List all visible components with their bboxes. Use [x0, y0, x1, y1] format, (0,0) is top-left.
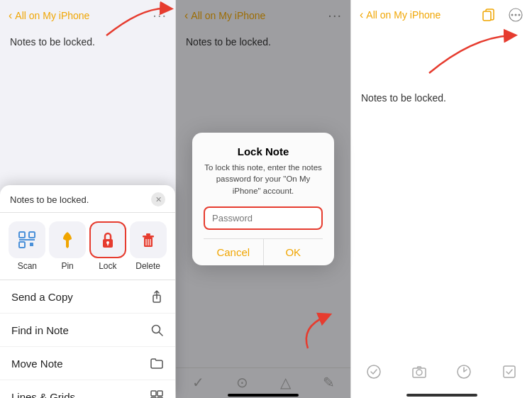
pin-icon-circle — [49, 221, 86, 258]
bottom-sheet: Notes to be locked. ✕ Scan — [0, 185, 175, 398]
svg-point-22 — [511, 14, 514, 16]
ok-button[interactable]: OK — [264, 239, 323, 265]
sheet-icons-row: Scan Pin — [0, 213, 175, 280]
modal-overlay: Lock Note To lock this note, enter the n… — [176, 0, 350, 398]
panel-1: ‹ All on My iPhone ··· Notes to be locke… — [0, 0, 176, 398]
sheet-title: Notes to be locked. — [10, 194, 89, 205]
find-note-label: Find in Note — [11, 324, 69, 336]
lock-label: Lock — [99, 261, 116, 271]
panel-3-header: ‹ All on My iPhone — [351, 0, 532, 27]
sheet-icon-pin[interactable]: Pin — [48, 221, 88, 271]
svg-rect-17 — [151, 391, 156, 396]
pin-icon — [57, 230, 77, 250]
panel-3: ‹ All on My iPhone — [351, 0, 532, 398]
panel-3-footer — [351, 358, 532, 387]
scan-label: Scan — [18, 261, 37, 271]
arrow-area-3 — [351, 27, 532, 84]
sheet-icon-delete[interactable]: Delete — [128, 221, 168, 271]
send-copy-label: Send a Copy — [11, 291, 73, 303]
svg-rect-0 — [19, 232, 25, 238]
search-icon — [150, 323, 164, 337]
pin-label: Pin — [61, 261, 73, 271]
chevron-left-icon: ‹ — [9, 9, 12, 22]
menu-item-find-note[interactable]: Find in Note — [0, 314, 175, 347]
sheet-close-button[interactable]: ✕ — [151, 192, 165, 206]
modal-description: To lock this note, enter the notes passw… — [204, 162, 323, 196]
svg-point-26 — [367, 365, 380, 378]
password-input[interactable] — [204, 206, 323, 230]
menu-item-lines-grids[interactable]: Lines & Grids — [0, 380, 175, 398]
sheet-icon-scan[interactable]: Scan — [7, 221, 48, 271]
back-label-3: All on My iPhone — [366, 9, 440, 21]
sheet-header: Notes to be locked. ✕ — [0, 185, 175, 213]
menu-item-move-note[interactable]: Move Note — [0, 347, 175, 380]
lock-icon-circle — [89, 221, 126, 258]
header-actions-3 — [481, 7, 523, 23]
chevron-left-icon-3: ‹ — [360, 9, 363, 21]
footer-check-icon-3[interactable] — [366, 364, 382, 380]
note-text-3: Notes to be locked. — [351, 84, 532, 398]
note-content-text-1: Notes to be locked. — [10, 36, 95, 48]
panel-1-header: ‹ All on My iPhone ··· — [0, 0, 175, 28]
delete-icon-circle — [130, 221, 167, 258]
svg-point-24 — [519, 14, 521, 16]
svg-rect-30 — [504, 366, 515, 377]
svg-point-28 — [416, 370, 422, 375]
lock-icon — [98, 230, 118, 250]
panel-2: ‹ All on My iPhone ··· Notes to be locke… — [176, 0, 351, 398]
svg-point-23 — [515, 14, 517, 16]
arrow-top-right-3 — [408, 27, 521, 80]
share-icon — [150, 289, 164, 304]
move-note-label: Move Note — [11, 358, 63, 370]
svg-rect-10 — [146, 233, 150, 236]
modal-buttons: Cancel OK — [204, 238, 323, 265]
svg-rect-21 — [483, 11, 491, 21]
footer-camera-icon-3[interactable] — [411, 364, 427, 380]
back-nav-3[interactable]: ‹ All on My iPhone — [360, 9, 440, 21]
svg-rect-9 — [143, 236, 154, 238]
lock-note-modal: Lock Note To lock this note, enter the n… — [192, 133, 334, 265]
back-nav-1[interactable]: ‹ All on My iPhone — [9, 9, 89, 22]
square-icon-3[interactable] — [481, 8, 495, 22]
cancel-button[interactable]: Cancel — [204, 239, 264, 265]
arrow-ok-button — [287, 306, 343, 355]
trash-icon — [138, 230, 158, 250]
scan-icon — [17, 230, 37, 250]
svg-rect-1 — [29, 232, 35, 238]
sheet-icon-lock[interactable]: Lock — [88, 221, 128, 271]
header-actions-1: ··· — [153, 7, 167, 23]
svg-rect-4 — [30, 243, 33, 246]
scan-icon-circle — [9, 221, 45, 258]
ellipsis-icon-1[interactable]: ··· — [153, 7, 167, 23]
svg-rect-2 — [19, 242, 25, 248]
folder-icon — [150, 356, 164, 370]
menu-item-send-copy[interactable]: Send a Copy — [0, 280, 175, 314]
svg-line-16 — [159, 332, 162, 336]
svg-rect-18 — [157, 391, 162, 396]
back-label-1: All on My iPhone — [15, 10, 89, 21]
ellipsis-icon-3[interactable] — [508, 7, 523, 23]
delete-label: Delete — [135, 261, 160, 271]
modal-title: Lock Note — [204, 145, 323, 157]
lines-grids-label: Lines & Grids — [11, 391, 75, 399]
footer-edit-icon-3[interactable] — [501, 364, 517, 380]
footer-compose-icon-3[interactable] — [456, 364, 472, 380]
home-indicator-3 — [406, 394, 477, 397]
note-content-text-3: Notes to be locked. — [361, 92, 446, 104]
grid-icon — [150, 389, 164, 398]
